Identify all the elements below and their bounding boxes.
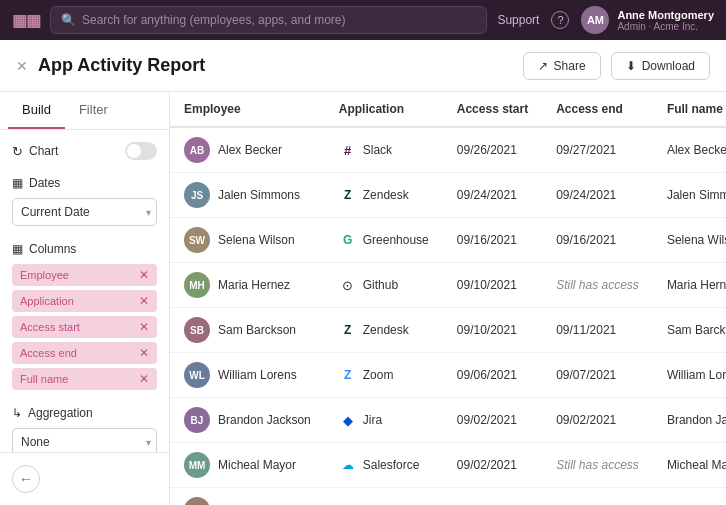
slack-icon: # — [339, 141, 357, 159]
avatar: BJ — [184, 407, 210, 433]
close-button[interactable]: ✕ — [16, 58, 28, 74]
avatar: MH — [184, 272, 210, 298]
cell-application: Z Zendesk — [325, 308, 443, 353]
share-button[interactable]: ↗ Share — [523, 52, 601, 80]
cell-full-name: Maria Hernez — [653, 263, 726, 308]
col-header-employee[interactable]: Employee — [170, 92, 325, 127]
search-bar[interactable]: 🔍 Search for anything (employees, apps, … — [50, 6, 487, 34]
col-header-access-end[interactable]: Access end — [542, 92, 653, 127]
employee-name: Alex Becker — [218, 143, 282, 157]
support-label[interactable]: Support — [497, 13, 539, 27]
employee-name: Jalen Simmons — [218, 188, 300, 202]
download-button[interactable]: ⬇ Download — [611, 52, 710, 80]
dates-select-wrapper: Current Date Last 7 days Last 30 days Cu… — [12, 198, 157, 226]
aggregation-section: ↳ Aggregation None Sum Count Average — [12, 406, 157, 452]
table-row[interactable]: JS Jalen Simmons Z Zendesk 09/24/2021 09… — [170, 173, 726, 218]
office-icon: O — [339, 501, 357, 505]
dates-select[interactable]: Current Date Last 7 days Last 30 days Cu… — [12, 198, 157, 226]
sidebar-content: ↻ Chart ▦ Dates Current Date Last 7 days — [0, 130, 169, 452]
cell-access-start: 09/10/2021 — [443, 308, 542, 353]
download-icon: ⬇ — [626, 59, 636, 73]
cell-application: Z Zoom — [325, 353, 443, 398]
chart-icon: ↻ — [12, 144, 23, 159]
tab-build[interactable]: Build — [8, 92, 65, 129]
top-navigation: ▦▦ 🔍 Search for anything (employees, app… — [0, 0, 726, 40]
column-chip-full-name[interactable]: Full name ✕ — [12, 368, 157, 390]
user-info: Anne Montgomery Admin · Acme Inc. — [617, 9, 714, 32]
chart-toggle[interactable] — [125, 142, 157, 160]
main-layout: Build Filter ↻ Chart ▦ Dates — [0, 92, 726, 505]
column-chip-access-start[interactable]: Access start ✕ — [12, 316, 157, 338]
column-label-access-end: Access end — [20, 347, 77, 359]
avatar: MM — [184, 452, 210, 478]
cell-full-name: Jalen Simmons — [653, 173, 726, 218]
cell-application: # Slack — [325, 127, 443, 173]
table-row[interactable]: AB Alex Becker # Slack 09/26/2021 09/27/… — [170, 127, 726, 173]
toggle-knob — [127, 144, 141, 158]
app-name: Salesforce — [363, 458, 420, 472]
cell-employee: LB Lydia Bridges — [170, 488, 325, 506]
cell-access-end: Still has access — [542, 443, 653, 488]
avatar: WL — [184, 362, 210, 388]
cell-employee: MM Micheal Mayor — [170, 443, 325, 488]
greenhouse-icon: G — [339, 231, 357, 249]
cell-application: Z Zendesk — [325, 173, 443, 218]
cell-access-end: 09/24/2021 — [542, 173, 653, 218]
cell-application: G Greenhouse — [325, 218, 443, 263]
chart-section: ↻ Chart — [12, 142, 157, 160]
user-menu[interactable]: AM Anne Montgomery Admin · Acme Inc. — [581, 6, 714, 34]
cell-access-end: 09/11/2021 — [542, 308, 653, 353]
tab-filter[interactable]: Filter — [65, 92, 122, 129]
employee-name: Sam Barckson — [218, 323, 296, 337]
table-row[interactable]: SW Selena Wilson G Greenhouse 09/16/2021… — [170, 218, 726, 263]
cell-employee: SB Sam Barckson — [170, 308, 325, 353]
back-button[interactable]: ← — [12, 465, 40, 493]
aggregation-select[interactable]: None Sum Count Average — [12, 428, 157, 452]
column-label-full-name: Full name — [20, 373, 68, 385]
jira-icon: ◆ — [339, 411, 357, 429]
employee-name: Maria Hernez — [218, 278, 290, 292]
cell-access-start: 09/16/2021 — [443, 218, 542, 263]
col-header-full-name[interactable]: Full name — [653, 92, 726, 127]
remove-access-start-icon[interactable]: ✕ — [139, 320, 149, 334]
cell-application: ⊙ Github — [325, 263, 443, 308]
cell-full-name: Selena Wilson — [653, 218, 726, 263]
app-name: Jira — [363, 413, 382, 427]
cell-full-name: Sam Barckson — [653, 308, 726, 353]
columns-icon: ▦ — [12, 242, 23, 256]
column-chip-application[interactable]: Application ✕ — [12, 290, 157, 312]
employee-name: Selena Wilson — [218, 233, 295, 247]
zoom-icon: Z — [339, 366, 357, 384]
table-area: Employee Application Access start Access… — [170, 92, 726, 505]
table-row[interactable]: MH Maria Hernez ⊙ Github 09/10/2021 Stil… — [170, 263, 726, 308]
remove-access-end-icon[interactable]: ✕ — [139, 346, 149, 360]
app-name: Zoom — [363, 368, 394, 382]
col-header-application[interactable]: Application — [325, 92, 443, 127]
cell-full-name: Brandon Jackson — [653, 398, 726, 443]
table-row[interactable]: MM Micheal Mayor ☁ Salesforce 09/02/2021… — [170, 443, 726, 488]
search-placeholder: Search for anything (employees, apps, an… — [82, 13, 345, 27]
remove-application-icon[interactable]: ✕ — [139, 294, 149, 308]
remove-full-name-icon[interactable]: ✕ — [139, 372, 149, 386]
cell-employee: MH Maria Hernez — [170, 263, 325, 308]
remove-employee-icon[interactable]: ✕ — [139, 268, 149, 282]
salesforce-icon: ☁ — [339, 456, 357, 474]
table-row[interactable]: SB Sam Barckson Z Zendesk 09/10/2021 09/… — [170, 308, 726, 353]
zendesk-icon: Z — [339, 186, 357, 204]
column-chip-access-end[interactable]: Access end ✕ — [12, 342, 157, 364]
app-name: Github — [363, 278, 398, 292]
support-help-icon[interactable]: ? — [551, 11, 569, 29]
col-header-access-start[interactable]: Access start — [443, 92, 542, 127]
cell-access-end: 09/02/2021 — [542, 488, 653, 506]
github-icon: ⊙ — [339, 276, 357, 294]
cell-access-start: 09/26/2021 — [443, 127, 542, 173]
avatar: SB — [184, 317, 210, 343]
user-role: Admin · Acme Inc. — [617, 21, 714, 32]
cell-access-end: Still has access — [542, 263, 653, 308]
cell-full-name: Lydia Bridges — [653, 488, 726, 506]
column-chip-employee[interactable]: Employee ✕ — [12, 264, 157, 286]
table-row[interactable]: LB Lydia Bridges O Office 09/01/2021 09/… — [170, 488, 726, 506]
table-row[interactable]: BJ Brandon Jackson ◆ Jira 09/02/2021 09/… — [170, 398, 726, 443]
columns-list: Employee ✕ Application ✕ Access start ✕ … — [12, 264, 157, 390]
table-row[interactable]: WL William Lorens Z Zoom 09/06/2021 09/0… — [170, 353, 726, 398]
